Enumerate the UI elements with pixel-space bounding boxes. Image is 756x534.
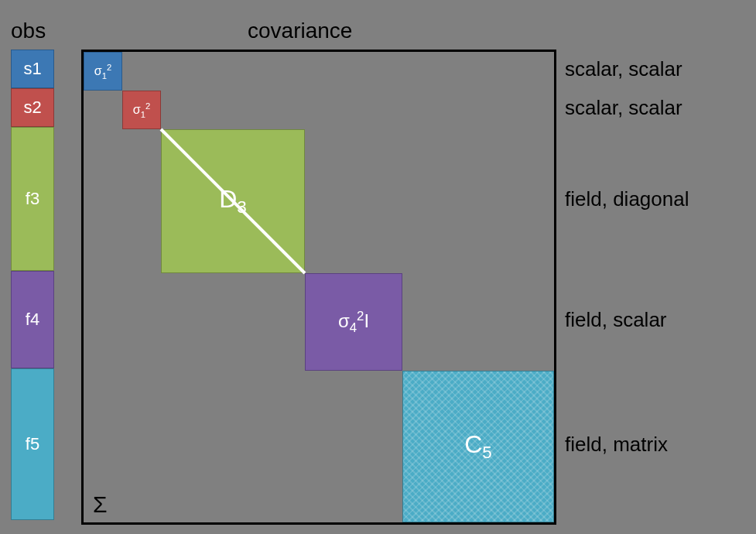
side-label-0: scalar, scalar: [565, 57, 682, 81]
covariance-title: covariance: [248, 19, 352, 43]
sigma-symbol: Σ: [93, 491, 108, 518]
cov-block-label-sigma2: σ12: [133, 101, 150, 119]
obs-block-s1: s1: [11, 50, 54, 88]
obs-block-f4: f4: [11, 271, 54, 368]
cov-block-sigma4: σ42I: [305, 273, 402, 371]
obs-block-f5: f5: [11, 368, 54, 520]
cov-block-label-sigma4: σ42I: [338, 309, 369, 336]
cov-block-label-C5: C5: [464, 430, 492, 463]
cov-block-sigma1: σ12: [84, 52, 122, 91]
side-label-2: field, diagonal: [565, 187, 689, 211]
side-label-3: field, scalar: [565, 308, 667, 332]
obs-block-s2: s2: [11, 88, 54, 127]
obs-title: obs: [11, 19, 46, 43]
cov-block-C5: C5: [402, 371, 554, 522]
obs-block-f3: f3: [11, 127, 54, 271]
side-label-1: scalar, scalar: [565, 96, 682, 120]
cov-block-sigma2: σ12: [122, 91, 161, 129]
obs-column: s1s2f3f4f5: [11, 50, 54, 520]
cov-block-label-sigma1: σ12: [94, 63, 111, 80]
covariance-matrix: Σ σ12σ12D3σ42IC5: [81, 50, 556, 525]
side-label-4: field, matrix: [565, 433, 668, 457]
